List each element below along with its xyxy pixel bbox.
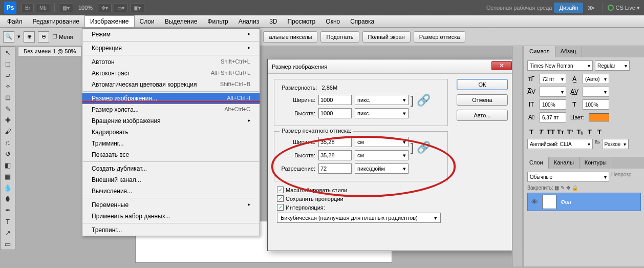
full-screen-button[interactable]: Полный экран <box>362 31 411 43</box>
history-brush-tool[interactable]: ↺ <box>1 148 15 159</box>
arrange-button[interactable]: ▭▾ <box>114 4 128 12</box>
healing-tool[interactable]: ✚ <box>1 114 15 126</box>
shape-tool[interactable]: ▭ <box>1 238 15 250</box>
design-workspace-button[interactable]: Дизайн <box>554 3 583 13</box>
smallcaps-button[interactable]: Tт <box>556 128 565 136</box>
workspace-more-icon[interactable]: ≫ <box>585 4 597 12</box>
zoom-out-icon[interactable]: ⊖ <box>38 31 49 43</box>
menu-view[interactable]: Просмотр <box>282 16 320 27</box>
lock-all-icon[interactable]: 🔒 <box>572 185 578 191</box>
menu-window[interactable]: Окно <box>320 16 345 27</box>
layer-row-background[interactable]: 👁 Фон <box>527 193 641 211</box>
italic-button[interactable]: T <box>537 128 545 136</box>
font-style-select[interactable]: Regular▾ <box>595 60 630 71</box>
menu-item[interactable]: Применить набор данных... <box>82 211 260 222</box>
menu-item[interactable]: Создать дубликат... <box>82 163 260 174</box>
crop-tool[interactable]: ⊡ <box>1 92 15 103</box>
cslive-button[interactable]: CS Live ▾ <box>608 5 640 11</box>
lasso-tool[interactable]: ⊃ <box>1 69 15 80</box>
layer-thumbnail[interactable] <box>542 195 556 209</box>
underline-button[interactable]: T <box>586 128 594 136</box>
minibridge-button[interactable]: Mb <box>36 4 50 12</box>
menu-analysis[interactable]: Анализ <box>233 16 265 27</box>
current-tool-icon[interactable]: 🔍 <box>3 31 14 43</box>
zoom-level[interactable]: 100% <box>78 5 93 11</box>
link-icon[interactable]: ] 🔗 <box>411 141 431 154</box>
menu-item[interactable]: Размер холста...Alt+Ctrl+C <box>82 104 260 115</box>
menu-item[interactable]: Автоматическая цветовая коррекцияShift+C… <box>82 79 260 90</box>
menu-item[interactable]: Режим <box>82 29 260 40</box>
menu-edit[interactable]: Редактирование <box>28 16 84 27</box>
tab-paragraph[interactable]: Абзац <box>555 46 582 57</box>
leading-select[interactable]: (Авто)▾ <box>583 74 609 84</box>
link-icon[interactable]: ] 🔗 <box>411 94 431 107</box>
menu-help[interactable]: Справка <box>345 16 379 27</box>
wand-tool[interactable]: ✧ <box>1 80 15 92</box>
bridge-button[interactable]: Br <box>22 4 34 12</box>
menu-item[interactable]: Внешний канал... <box>82 174 260 185</box>
collapsed-panel-strip[interactable] <box>512 46 522 266</box>
print-width-input[interactable] <box>318 137 352 147</box>
interpolation-select[interactable]: Бикубическая (наилучшая для плавных град… <box>277 213 441 223</box>
marquee-tool[interactable]: ◻ <box>1 58 15 69</box>
pixel-width-input[interactable] <box>318 95 352 105</box>
lock-paint-icon[interactable]: ✎ <box>561 185 565 191</box>
ok-button[interactable]: ОК <box>457 79 508 90</box>
hscale-input[interactable]: 100% <box>540 99 566 110</box>
tab-paths[interactable]: Контуры <box>579 157 612 169</box>
menu-item[interactable]: Кадрировать <box>82 127 260 138</box>
lock-position-icon[interactable]: ✥ <box>566 185 570 191</box>
brush-tool[interactable]: 🖌 <box>1 126 15 137</box>
kerning-select[interactable]: ▾ <box>540 87 566 97</box>
menu-item[interactable]: Коррекция <box>82 43 260 54</box>
tracking-select[interactable]: ▾ <box>583 87 609 97</box>
gradient-tool[interactable]: ▦ <box>1 171 15 182</box>
interpolation-checkbox[interactable]: ✓ <box>277 204 284 211</box>
fit-screen-button[interactable]: Подогнать <box>320 31 359 43</box>
allcaps-button[interactable]: TT <box>547 128 555 136</box>
menu-item[interactable]: Вычисления... <box>82 185 260 197</box>
stamp-tool[interactable]: ⎌ <box>1 137 15 148</box>
baseline-input[interactable]: 6,37 пт <box>540 112 566 122</box>
language-select[interactable]: Английский: США▾ <box>527 139 593 149</box>
document-tab[interactable]: Без имени-1 @ 50% <box>18 46 81 56</box>
tab-character[interactable]: Символ <box>524 46 555 57</box>
path-tool[interactable]: ↗ <box>1 227 15 238</box>
menu-item[interactable]: Переменные <box>82 199 260 211</box>
move-tool[interactable]: ↖ <box>1 47 15 58</box>
dialog-close-button[interactable]: ✕ <box>491 61 512 70</box>
pixel-height-input[interactable] <box>318 108 352 118</box>
superscript-button[interactable]: T¹ <box>566 128 574 136</box>
chevron-down-icon[interactable]: ▾ <box>17 33 20 40</box>
auto-button[interactable]: Авто... <box>457 110 508 121</box>
tab-channels[interactable]: Каналы <box>549 157 579 169</box>
visibility-icon[interactable]: 👁 <box>531 198 538 206</box>
menu-item[interactable]: АвтотонShift+Ctrl+L <box>82 56 260 68</box>
menu-item[interactable]: АвтоконтрастAlt+Shift+Ctrl+L <box>82 68 260 79</box>
menu-select[interactable]: Выделение <box>160 16 203 27</box>
tab-layers[interactable]: Слои <box>524 157 549 169</box>
menu-item[interactable]: Вращение изображения <box>82 115 260 127</box>
eraser-tool[interactable]: ◧ <box>1 159 15 171</box>
scale-styles-checkbox[interactable]: ✓ <box>277 187 284 193</box>
lock-pixels-icon[interactable]: ▦ <box>554 185 559 191</box>
dialog-titlebar[interactable]: Размер изображения ✕ <box>268 59 515 74</box>
menu-file[interactable]: Файл <box>2 16 28 27</box>
actual-pixels-button[interactable]: альные пикселы <box>263 31 317 43</box>
font-size-select[interactable]: 72 пт▾ <box>540 74 566 84</box>
menu-3d[interactable]: 3D <box>264 16 282 27</box>
blur-tool[interactable]: 💧 <box>1 182 15 193</box>
pixel-width-unit[interactable]: пикс.▾ <box>355 95 409 105</box>
antialias-select[interactable]: Резкое▾ <box>602 139 629 149</box>
resolution-unit[interactable]: пикс/дюйм▾ <box>355 163 409 174</box>
dodge-tool[interactable]: ⬮ <box>1 193 15 204</box>
zoom-in-icon[interactable]: ⊕ <box>24 31 35 43</box>
pen-tool[interactable]: ✒ <box>1 204 15 216</box>
subscript-button[interactable]: T₁ <box>576 128 584 136</box>
menu-item[interactable]: Треппинг... <box>82 224 260 236</box>
screen-mode-button[interactable]: ▣▾ <box>130 4 144 12</box>
view-extras-button[interactable]: ▦▾ <box>59 4 73 12</box>
menu-layer[interactable]: Слои <box>135 16 160 27</box>
font-family-select[interactable]: Times New Roman▾ <box>527 60 593 71</box>
menu-filter[interactable]: Фильтр <box>202 16 233 27</box>
